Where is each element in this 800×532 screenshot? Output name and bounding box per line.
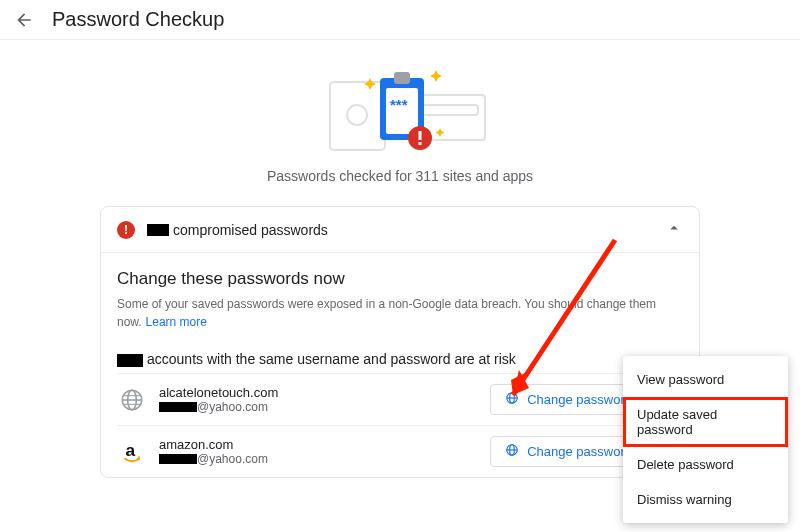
redacted-count — [147, 224, 169, 236]
svg-text:a: a — [126, 440, 136, 460]
chevron-up-icon[interactable] — [665, 219, 683, 240]
svg-point-1 — [347, 105, 367, 125]
hero: *** Passwords checked for 311 sites and … — [0, 40, 800, 192]
svg-rect-9 — [419, 131, 422, 140]
globe-icon — [117, 385, 147, 415]
email-suffix: @yahoo.com — [197, 400, 268, 414]
amazon-icon: a — [117, 437, 147, 467]
hero-illustration: *** — [300, 60, 500, 160]
site-name: amazon.com — [159, 437, 268, 452]
section-heading: Change these passwords now — [117, 269, 683, 289]
back-arrow-icon[interactable] — [12, 8, 36, 32]
section-header[interactable]: ! compromised passwords — [101, 207, 699, 253]
change-password-label: Change password — [527, 444, 632, 459]
alert-icon: ! — [117, 221, 135, 239]
page-title: Password Checkup — [52, 8, 224, 31]
svg-rect-6 — [394, 72, 410, 84]
account-row: a amazon.com @yahoo.com Change password — [117, 425, 683, 477]
svg-text:***: *** — [390, 96, 408, 113]
redacted-risk-count — [117, 354, 143, 367]
menu-dismiss-warning[interactable]: Dismiss warning — [623, 482, 788, 517]
svg-rect-10 — [419, 142, 422, 145]
account-row: alcatelonetouch.com @yahoo.com Change pa… — [117, 373, 683, 425]
context-menu: View password Update saved password Dele… — [623, 356, 788, 523]
redacted-email-local — [159, 402, 197, 412]
risk-text: accounts with the same username and pass… — [147, 351, 516, 367]
svg-rect-3 — [422, 105, 478, 115]
hero-subtitle: Passwords checked for 311 sites and apps — [267, 168, 533, 184]
menu-view-password[interactable]: View password — [623, 362, 788, 397]
menu-delete-password[interactable]: Delete password — [623, 447, 788, 482]
section-body: Change these passwords now Some of your … — [101, 253, 699, 477]
menu-update-password[interactable]: Update saved password — [623, 397, 788, 447]
svg-rect-0 — [330, 82, 385, 150]
globe-icon — [505, 443, 519, 460]
change-password-label: Change password — [527, 392, 632, 407]
email-suffix: @yahoo.com — [197, 452, 268, 466]
learn-more-link[interactable]: Learn more — [146, 315, 207, 329]
globe-icon — [505, 391, 519, 408]
section-title: compromised passwords — [173, 222, 328, 238]
redacted-email-local — [159, 454, 197, 464]
site-email: @yahoo.com — [159, 400, 278, 414]
risk-line: accounts with the same username and pass… — [117, 351, 683, 367]
compromised-card: ! compromised passwords Change these pas… — [100, 206, 700, 478]
topbar: Password Checkup — [0, 0, 800, 40]
site-email: @yahoo.com — [159, 452, 268, 466]
site-name: alcatelonetouch.com — [159, 385, 278, 400]
